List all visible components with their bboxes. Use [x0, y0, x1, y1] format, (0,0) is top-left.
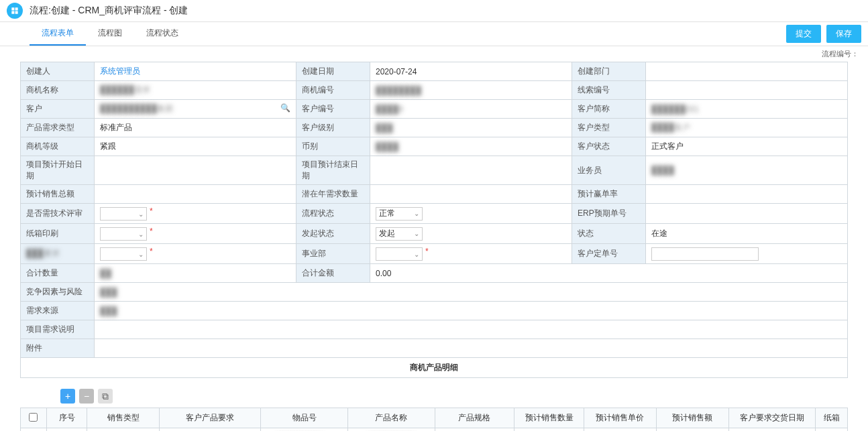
value-currency: ████: [376, 142, 398, 151]
label-status: 状态: [572, 224, 646, 244]
input-cust-order-no[interactable]: [651, 247, 759, 261]
label-carton-print: 纸箱印刷: [21, 224, 95, 244]
combo-requirement[interactable]: ⌄: [100, 247, 147, 261]
label-opp-no: 商机编号: [296, 81, 370, 100]
table-row: 1 样品打样⌄ 按照国家标准进行生产 ████████11 ████████ *…: [21, 428, 848, 432]
label-create-date: 创建日期: [296, 62, 370, 81]
combo-carton-print[interactable]: ⌄: [100, 227, 147, 241]
label-cust-status: 客户状态: [572, 137, 646, 156]
submit-button[interactable]: 提交: [786, 25, 821, 43]
value-erp-no[interactable]: [646, 204, 848, 224]
value-lead-no: [646, 81, 848, 100]
combo-biz-unit[interactable]: ⌄: [376, 247, 423, 261]
label-total-amt: 合计金额: [296, 264, 370, 283]
value-opp-no: ████████: [376, 86, 421, 95]
label-proj-desc: 项目需求说明: [21, 320, 95, 339]
label-cust-type: 客户类型: [572, 119, 646, 137]
detail-section-title: 商机产品明细: [20, 358, 848, 378]
label-sales: 业务员: [572, 156, 646, 185]
value-est-total[interactable]: [95, 185, 296, 204]
label-req-source: 需求来源: [21, 302, 95, 320]
tab-status[interactable]: 流程状态: [134, 22, 191, 46]
value-opp-name: ██████需求: [100, 85, 150, 95]
label-total-qty: 合计数量: [21, 264, 95, 283]
value-total-qty: ██: [100, 269, 111, 278]
label-biz-unit: 事业部: [296, 244, 370, 264]
value-cust-status: 正式客户: [646, 137, 848, 156]
search-icon[interactable]: 🔍: [280, 103, 290, 113]
combo-need-tech[interactable]: ⌄: [100, 207, 147, 221]
value-req-source[interactable]: ███: [100, 306, 117, 316]
label-erp-no: ERP预期单号: [572, 204, 646, 224]
col-item-no: 物品号: [261, 408, 348, 428]
value-total-amt: 0.00: [370, 264, 848, 283]
value-create-dept: [646, 62, 848, 81]
required-marker: *: [150, 247, 153, 256]
value-proj-desc[interactable]: [95, 320, 848, 339]
label-opp-level: 商机等级: [21, 137, 95, 156]
value-cust-type: ████客户: [651, 123, 690, 132]
combo-init-status[interactable]: 发起⌄: [376, 227, 423, 241]
tab-flowchart[interactable]: 流程图: [86, 22, 134, 46]
required-marker: *: [150, 227, 153, 236]
label-proc-status: 流程状态: [296, 204, 370, 224]
value-cust-short: ██████001: [651, 105, 699, 114]
add-row-button[interactable]: +: [60, 389, 75, 404]
value-opp-level: 紧跟: [95, 137, 296, 156]
value-attach[interactable]: [95, 339, 848, 358]
cell-seq: 1: [46, 428, 87, 432]
value-creator[interactable]: 系统管理员: [100, 66, 140, 76]
save-button[interactable]: 保存: [826, 25, 861, 43]
label-currency: 币别: [296, 137, 370, 156]
label-need-tech: 是否需技术评审: [21, 204, 95, 224]
value-cust-level: ███: [376, 123, 393, 133]
required-marker: *: [425, 247, 429, 256]
app-logo: [7, 3, 23, 19]
chevron-down-icon: ⌄: [414, 251, 419, 258]
value-create-date: 2020-07-24: [370, 62, 572, 81]
main-form: 创建人 系统管理员 创建日期 2020-07-24 创建部门 商机名称 ████…: [20, 62, 848, 358]
label-creator: 创建人: [21, 62, 95, 81]
label-pot-qty: 潜在年需求数量: [296, 185, 370, 204]
value-customer[interactable]: ██████████集团: [100, 104, 173, 113]
value-cust-no: ████9: [376, 105, 403, 114]
label-est-total: 预计销售总额: [21, 185, 95, 204]
label-customer: 客户: [21, 100, 95, 119]
value-sales: ████: [651, 166, 674, 175]
col-est-price: 预计销售单价: [584, 408, 656, 428]
chevron-down-icon: ⌄: [138, 231, 144, 238]
cell-spec[interactable]: [435, 428, 514, 432]
col-prod-name: 产品名称: [347, 408, 435, 428]
chevron-down-icon: ⌄: [138, 210, 144, 218]
value-proj-start[interactable]: [95, 156, 296, 185]
label-cust-no: 客户编号: [296, 100, 370, 119]
label-prod-req-type: 产品需求类型: [21, 119, 95, 137]
label-lead-no: 线索编号: [572, 81, 646, 100]
label-cust-short: 客户简称: [572, 100, 646, 119]
label-proj-end: 项目预计结束日期: [296, 156, 370, 185]
label-init-status: 发起状态: [296, 224, 370, 244]
copy-row-button[interactable]: ⧉: [98, 389, 113, 404]
value-pot-qty[interactable]: [370, 185, 572, 204]
label-opp-name: 商机名称: [21, 81, 95, 100]
value-compete[interactable]: ███: [100, 288, 117, 297]
delete-row-button[interactable]: −: [79, 389, 94, 404]
label-cust-level: 客户级别: [296, 119, 370, 137]
label-win-rate: 预计赢单率: [572, 185, 646, 204]
label-proj-start: 项目预计开始日期: [21, 156, 95, 185]
col-est-amt: 预计销售额: [656, 408, 728, 428]
cell-cust-req[interactable]: 按照国家标准进行生产: [160, 428, 261, 432]
required-marker: *: [150, 206, 153, 216]
label-cust-order-no: 客户定单号: [572, 244, 646, 264]
label-create-dept: 创建部门: [572, 62, 646, 81]
col-sale-type: 销售类型: [87, 408, 160, 428]
value-win-rate[interactable]: [646, 185, 848, 204]
col-seq: 序号: [46, 408, 87, 428]
col-est-qty: 预计销售数量: [514, 408, 584, 428]
tab-form[interactable]: 流程表单: [30, 22, 86, 46]
grid-check-all[interactable]: [29, 413, 38, 422]
value-proj-end[interactable]: [370, 156, 572, 185]
chevron-down-icon: ⌄: [414, 230, 419, 237]
combo-proc-status[interactable]: 正常⌄: [376, 207, 423, 221]
cell-est-amt[interactable]: [656, 428, 728, 432]
